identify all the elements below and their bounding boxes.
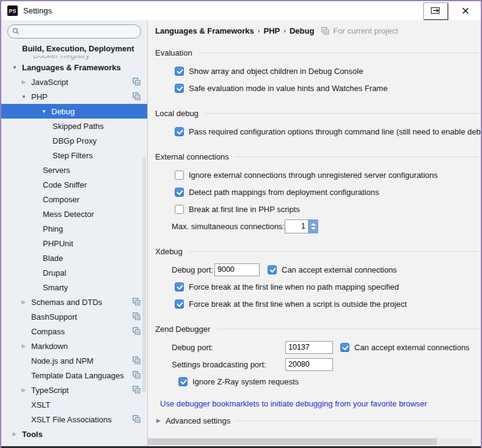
horizontal-scrollbar[interactable]: [148, 438, 472, 445]
breadcrumb: Languages & Frameworks › PHP › Debug For…: [155, 22, 481, 39]
sidebar-item-label: Code Sniffer: [43, 180, 87, 189]
sidebar-item-dbgp-proxy[interactable]: DBGp Proxy: [1, 133, 147, 148]
sidebar-item-step-filters[interactable]: Step Filters: [1, 148, 147, 163]
sidebar-item-php[interactable]: ▼PHP: [1, 89, 147, 104]
xdebug-debug-port-input[interactable]: [214, 263, 260, 276]
sidebar-item-bashsupport[interactable]: BashSupport: [1, 309, 147, 324]
sidebar-item-label: Composer: [43, 195, 79, 204]
checkbox[interactable]: [175, 171, 184, 180]
chevron-down-icon[interactable]: ▼: [10, 65, 19, 70]
sidebar-item-label: Languages & Frameworks: [22, 63, 121, 72]
checkbox-label: Pass required configuration options thro…: [189, 127, 481, 136]
checkbox-row-force-break-no-mapping[interactable]: Force break at the first line when no pa…: [155, 278, 481, 295]
per-project-settings-icon: [133, 312, 141, 320]
sidebar-item-languages-frameworks[interactable]: ▼Languages & Frameworks: [1, 60, 147, 75]
checkbox[interactable]: [175, 127, 184, 136]
sidebar-item-label: PHP: [31, 92, 48, 101]
max-connections-input[interactable]: [285, 219, 308, 233]
phpstorm-app-icon: PS: [7, 6, 18, 16]
sidebar-item-drupal[interactable]: Drupal: [1, 265, 147, 280]
sidebar-item-markdown[interactable]: ▶Markdown: [1, 339, 147, 353]
chevron-right-icon[interactable]: ▶: [20, 79, 28, 85]
window-title: Settings: [23, 6, 52, 15]
sidebar-item-node-js-and-npm[interactable]: Node.js and NPM: [1, 353, 147, 368]
xdebug-debug-port-row: Debug port: Can accept external connecti…: [155, 261, 481, 278]
zend-broadcast-port-input[interactable]: [285, 358, 333, 371]
sidebar-item-label: Node.js and NPM: [31, 356, 93, 365]
checkbox[interactable]: [178, 377, 188, 386]
chevron-right-icon[interactable]: ▶: [156, 417, 161, 424]
sidebar-item-other-settings[interactable]: ▶Other Settings: [1, 441, 147, 446]
chevron-right-icon[interactable]: ▶: [20, 343, 28, 349]
chevron-down-icon[interactable]: ▼: [20, 94, 28, 100]
advanced-settings-toggle[interactable]: ▶ Advanced settings: [155, 412, 481, 429]
sidebar-item-compass[interactable]: Compass: [1, 324, 147, 339]
max-connections-row: Max. simultaneous connections:: [155, 218, 481, 235]
sidebar-item-javascript[interactable]: ▶JavaScript: [1, 75, 147, 89]
checkbox[interactable]: [175, 67, 184, 76]
sidebar-item-code-sniffer[interactable]: Code Sniffer: [1, 177, 147, 192]
checkbox-row-ignore-external-connections[interactable]: Ignore external connections through unre…: [155, 166, 481, 183]
sidebar-item-schemas-and-dtds[interactable]: ▶Schemas and DTDs: [1, 295, 147, 309]
chevron-down-icon[interactable]: ▼: [40, 109, 48, 114]
close-button[interactable]: ×: [458, 3, 473, 19]
sidebar-item-label: Blade: [43, 254, 63, 263]
sidebar-item-label: Other Settings: [22, 444, 77, 447]
spinner-stepper[interactable]: [308, 219, 318, 233]
sidebar-item-label: Phing: [43, 224, 63, 233]
sidebar-item-label: Build, Execution, Deployment: [22, 44, 134, 53]
sidebar-scrollbar[interactable]: [142, 157, 146, 392]
spinner-down-icon[interactable]: [311, 227, 316, 230]
advanced-settings-label: Advanced settings: [166, 416, 230, 425]
checkbox-label: Ignore external connections through unre…: [189, 171, 438, 180]
checkbox-row-show-array-children[interactable]: Show array and object children in Debug …: [155, 62, 481, 79]
sidebar-item-smarty[interactable]: Smarty: [1, 280, 147, 295]
sidebar-item-xslt-file-associations[interactable]: XSLT File Associations: [1, 412, 147, 427]
checkbox-row-detect-path-mappings[interactable]: Detect path mappings from deployment con…: [155, 183, 481, 200]
checkbox-row-pass-required-config[interactable]: Pass required configuration options thro…: [155, 123, 481, 140]
chevron-right-icon[interactable]: ▶: [10, 446, 19, 446]
breadcrumb-segment[interactable]: PHP: [264, 26, 280, 35]
sidebar-item-skipped-paths[interactable]: Skipped Paths: [1, 119, 147, 133]
search-box[interactable]: [7, 24, 141, 39]
checkbox[interactable]: [175, 299, 184, 309]
sidebar-item-debug[interactable]: ▼Debug: [1, 104, 147, 119]
checkbox-row-force-break-outside-project[interactable]: Force break at the first line when a scr…: [155, 295, 481, 312]
checkbox-label: Force break at the first line when no pa…: [189, 282, 399, 292]
bookmarklets-link[interactable]: Use debugger bookmarklets to initiate de…: [160, 399, 427, 408]
chevron-right-icon[interactable]: ▶: [20, 387, 28, 393]
sidebar-item-composer[interactable]: Composer: [1, 192, 147, 207]
sidebar-item-mess-detector[interactable]: Mess Detector: [1, 207, 147, 221]
checkbox[interactable]: [175, 205, 184, 214]
sidebar-item-label: Compass: [31, 327, 65, 336]
checkbox[interactable]: [175, 188, 184, 197]
sidebar-item-xslt[interactable]: XSLT: [1, 397, 147, 412]
sidebar-item-tools[interactable]: ▶Tools: [1, 427, 147, 441]
sidebar-item-blade[interactable]: Blade: [1, 251, 147, 265]
per-project-settings-icon: [133, 415, 141, 423]
sidebar-item-typescript[interactable]: ▶TypeScript: [1, 383, 147, 397]
checkbox-label: Force break at the first line when a scr…: [189, 299, 407, 309]
checkbox-row-ignore-zray[interactable]: Ignore Z-Ray system requests: [155, 373, 481, 390]
zend-debug-port-input[interactable]: [285, 341, 333, 354]
checkbox[interactable]: [175, 282, 184, 292]
sidebar-item-phpunit[interactable]: PHPUnit: [1, 236, 147, 251]
sidebar-item-servers[interactable]: Servers: [1, 163, 147, 177]
checkbox[interactable]: [340, 343, 349, 352]
checkbox[interactable]: [268, 265, 277, 274]
horizontal-scrollbar-thumb[interactable]: [148, 438, 437, 445]
per-project-settings-icon: [133, 92, 141, 100]
spinner-up-icon[interactable]: [311, 223, 316, 226]
checkbox[interactable]: [175, 84, 184, 93]
chevron-right-icon[interactable]: ▶: [10, 431, 19, 437]
sidebar-item-build-execution-deployment[interactable]: Build, Execution, Deployment: [1, 41, 147, 56]
window-helper-button[interactable]: [423, 2, 448, 20]
breadcrumb-segment[interactable]: Languages & Frameworks: [155, 26, 254, 35]
checkbox-row-safe-evaluation-mode[interactable]: Safe evaluation mode in value hints and …: [155, 79, 481, 97]
search-input[interactable]: [23, 27, 138, 37]
checkbox-row-break-at-first-line[interactable]: Break at first line in PHP scripts: [155, 200, 481, 218]
sidebar-item-template-data-languages[interactable]: Template Data Languages: [1, 368, 147, 383]
max-connections-spinner[interactable]: [285, 219, 318, 233]
chevron-right-icon[interactable]: ▶: [20, 299, 28, 305]
sidebar-item-phing[interactable]: Phing: [1, 221, 147, 236]
